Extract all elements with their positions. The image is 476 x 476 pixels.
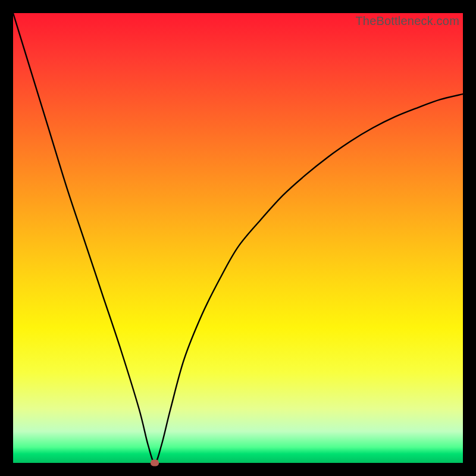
optimum-marker <box>151 460 159 466</box>
chart-plot-area: TheBottleneck.com <box>13 13 463 463</box>
chart-frame: TheBottleneck.com <box>0 0 476 476</box>
curve-path <box>13 13 463 463</box>
bottleneck-curve <box>13 13 463 463</box>
